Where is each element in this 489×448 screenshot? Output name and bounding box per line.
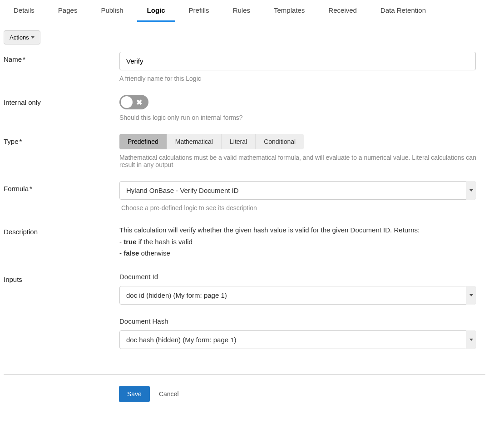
tab-data-retention[interactable]: Data Retention [370, 0, 436, 22]
formula-value: Hyland OnBase - Verify Document ID [119, 181, 476, 200]
toggle-knob [121, 96, 133, 108]
formula-help: Choose a pre-defined logic to see its de… [121, 204, 478, 212]
actions-label: Actions [10, 34, 29, 41]
input-document-hash-label: Document Hash [119, 317, 478, 325]
type-mathematical[interactable]: Mathematical [167, 134, 222, 149]
chevron-down-icon [466, 286, 476, 305]
internal-only-label: Internal only [4, 95, 119, 106]
cancel-button[interactable]: Cancel [159, 390, 179, 398]
chevron-down-icon [466, 330, 476, 349]
tab-details[interactable]: Details [4, 0, 44, 22]
tab-rules[interactable]: Rules [223, 0, 260, 22]
required-star: * [20, 138, 22, 145]
chevron-down-icon [466, 181, 476, 200]
caret-down-icon [31, 36, 35, 39]
x-icon: ✖ [136, 98, 142, 107]
type-conditional[interactable]: Conditional [256, 134, 304, 149]
formula-select[interactable]: Hyland OnBase - Verify Document ID [119, 181, 476, 200]
type-literal[interactable]: Literal [222, 134, 256, 149]
tab-publish[interactable]: Publish [91, 0, 133, 22]
tab-received[interactable]: Received [318, 0, 367, 22]
type-help: Mathematical calculations must be a vali… [119, 154, 478, 168]
name-help: A friendly name for this Logic [119, 75, 478, 82]
input-document-id-select[interactable]: doc id (hidden) (My form: page 1) [119, 286, 476, 305]
type-predefined[interactable]: Predefined [119, 134, 167, 149]
name-input[interactable] [119, 52, 476, 70]
actions-dropdown-button[interactable]: Actions [4, 30, 40, 44]
save-button[interactable]: Save [119, 386, 150, 402]
type-label: Type* [4, 134, 119, 145]
internal-only-toggle[interactable]: ✖ [119, 95, 148, 109]
tab-prefills[interactable]: Prefills [179, 0, 219, 22]
internal-only-help: Should this logic only run on internal f… [119, 114, 478, 121]
name-label: Name* [4, 52, 119, 63]
input-document-id-value: doc id (hidden) (My form: page 1) [119, 286, 476, 305]
description-label: Description [4, 224, 119, 236]
tab-bar: Details Pages Publish Logic Prefills Rul… [4, 0, 485, 22]
input-document-hash-value: doc hash (hidden) (My form: page 1) [119, 330, 476, 349]
tab-templates[interactable]: Templates [264, 0, 315, 22]
required-star: * [30, 185, 32, 192]
tab-logic[interactable]: Logic [137, 0, 175, 22]
divider [4, 374, 485, 375]
input-document-id-label: Document Id [119, 273, 478, 281]
inputs-label: Inputs [4, 272, 119, 283]
type-button-group: Predefined Mathematical Literal Conditio… [119, 134, 304, 149]
tab-pages[interactable]: Pages [48, 0, 88, 22]
required-star: * [23, 55, 25, 63]
description-text: This calculation will verify whether the… [119, 224, 478, 259]
formula-label: Formula* [4, 181, 119, 192]
input-document-hash-select[interactable]: doc hash (hidden) (My form: page 1) [119, 330, 476, 349]
